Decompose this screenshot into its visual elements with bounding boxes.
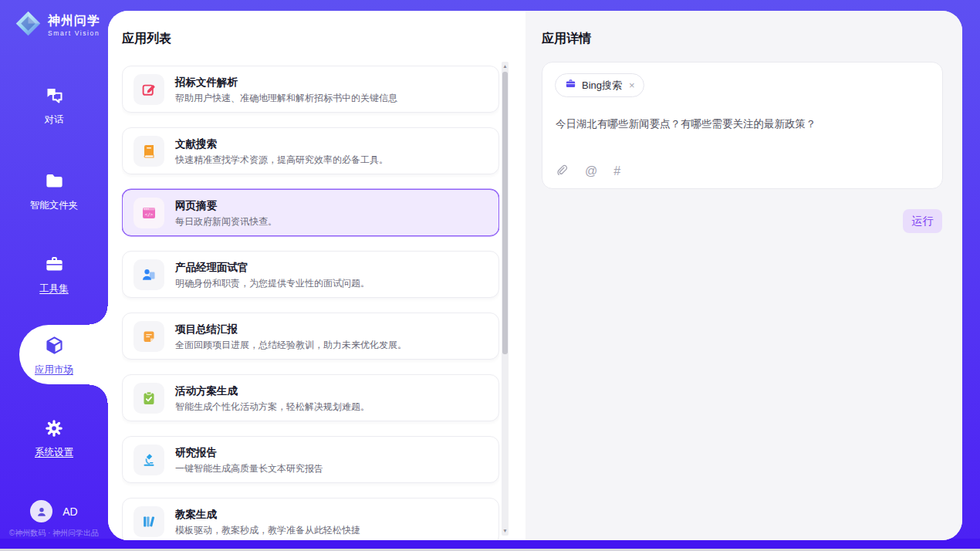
books-icon bbox=[133, 506, 164, 537]
briefcase-icon bbox=[44, 254, 65, 278]
interviewer-icon bbox=[133, 259, 164, 290]
scroll-down-icon[interactable]: ▼ bbox=[502, 526, 509, 536]
app-card-description: 全面回顾项目进展，总结经验教训，助力未来优化发展。 bbox=[175, 340, 407, 350]
prompt-card: Bing搜索 × 今日湖北有哪些新闻要点？有哪些需要关注的最新政策？ @ # bbox=[542, 62, 943, 189]
user-icon bbox=[35, 505, 49, 519]
app-card-description: 模板驱动，教案秒成，教学准备从此轻松快捷 bbox=[175, 525, 360, 536]
app-card-title: 网页摘要 bbox=[175, 199, 277, 212]
tool-chip-label: Bing搜索 bbox=[582, 79, 622, 93]
sidebar-item-smart-folder[interactable]: 智能文件夹 bbox=[0, 171, 108, 212]
pen-edit-icon bbox=[133, 74, 164, 105]
app-card-title: 项目总结汇报 bbox=[175, 323, 407, 336]
app-card-description: 一键智能生成高质量长文本研究报告 bbox=[175, 463, 323, 474]
app-window: 神州问学 Smart Vision 对话 智能文件夹 工具集 应用市场 bbox=[0, 0, 980, 551]
app-card-research-report[interactable]: 研究报告一键智能生成高质量长文本研究报告 bbox=[122, 436, 499, 483]
app-card-title: 活动方案生成 bbox=[175, 384, 370, 397]
composer-toolbar: @ # bbox=[556, 164, 620, 177]
scrollbar-track[interactable]: ▲ ▼ bbox=[502, 62, 509, 536]
app-card-title: 招标文件解析 bbox=[175, 76, 397, 89]
briefcase-icon bbox=[565, 78, 576, 93]
app-card-description: 明确身份和职责，为您提供专业性的面试问题。 bbox=[175, 278, 370, 289]
tool-chip-bing-search[interactable]: Bing搜索 × bbox=[555, 73, 644, 97]
brand-name: 神州问学 bbox=[48, 14, 100, 28]
user-name: AD bbox=[63, 505, 77, 518]
research-icon bbox=[133, 445, 164, 475]
app-list-title: 应用列表 bbox=[122, 31, 171, 47]
copyright-footer: ©神州数码 · 神州问学出品 bbox=[0, 528, 108, 539]
app-card-bid-doc-parse[interactable]: 招标文件解析帮助用户快速、准确地理解和解析招标书中的关键信息 bbox=[122, 66, 499, 113]
clipboard-check-icon bbox=[133, 383, 164, 414]
app-card-lesson-plan[interactable]: 教案生成模板驱动，教案秒成，教学准备从此轻松快捷 bbox=[122, 498, 499, 540]
close-icon[interactable]: × bbox=[629, 79, 635, 91]
sidebar-item-app-market[interactable]: 应用市场 bbox=[0, 335, 108, 377]
scroll-up-icon[interactable]: ▲ bbox=[502, 62, 509, 71]
app-card-title: 文献搜索 bbox=[175, 137, 388, 150]
note-icon bbox=[133, 321, 164, 352]
app-card-web-summary[interactable]: </> 网页摘要每日政府新闻资讯快查。 bbox=[122, 189, 499, 236]
hash-icon[interactable]: # bbox=[613, 164, 620, 177]
sidebar-item-settings[interactable]: 系统设置 bbox=[0, 418, 108, 459]
user-row[interactable]: AD bbox=[0, 500, 108, 522]
app-card-title: 产品经理面试官 bbox=[175, 261, 370, 274]
sidebar-item-label: 应用市场 bbox=[35, 363, 73, 377]
app-card-description: 每日政府新闻资讯快查。 bbox=[175, 216, 277, 227]
sidebar: 神州问学 Smart Vision 对话 智能文件夹 工具集 应用市场 bbox=[0, 0, 108, 539]
sidebar-item-label: 智能文件夹 bbox=[30, 199, 79, 212]
app-card-description: 帮助用户快速、准确地理解和解析招标书中的关键信息 bbox=[175, 93, 397, 103]
sidebar-item-label: 对话 bbox=[45, 113, 64, 127]
brand-logo: 神州问学 Smart Vision bbox=[14, 9, 100, 41]
brand-subtitle: Smart Vision bbox=[48, 29, 100, 37]
app-card-literature-search[interactable]: 文献搜索快速精准查找学术资源，提高研究效率的必备工具。 bbox=[122, 127, 499, 174]
sidebar-item-chat[interactable]: 对话 bbox=[0, 85, 108, 127]
gear-icon bbox=[44, 418, 64, 441]
app-detail-title: 应用详情 bbox=[542, 31, 591, 47]
svg-text:</>: </> bbox=[145, 211, 154, 216]
app-card-event-plan[interactable]: 活动方案生成智能生成个性化活动方案，轻松解决规划难题。 bbox=[122, 374, 499, 421]
attachment-icon[interactable] bbox=[556, 164, 569, 177]
app-card-title: 教案生成 bbox=[175, 508, 360, 521]
sidebar-item-toolkit[interactable]: 工具集 bbox=[0, 254, 108, 296]
app-detail-panel: 应用详情 Bing搜索 × 今日湖北有哪些新闻要点？有哪些需要关注的最新政策？ bbox=[525, 11, 962, 540]
folder-icon bbox=[44, 171, 65, 194]
app-card-project-summary[interactable]: 项目总结汇报全面回顾项目进展，总结经验教训，助力未来优化发展。 bbox=[122, 313, 499, 360]
book-icon bbox=[133, 136, 164, 167]
run-button[interactable]: 运行 bbox=[903, 209, 942, 233]
app-card-list: 招标文件解析帮助用户快速、准确地理解和解析招标书中的关键信息 文献搜索快速精准查… bbox=[122, 66, 499, 540]
mention-icon[interactable]: @ bbox=[585, 164, 597, 177]
diamond-logo-icon bbox=[14, 9, 42, 41]
webpage-icon: </> bbox=[133, 198, 164, 228]
main-content: 应用列表 招标文件解析帮助用户快速、准确地理解和解析招标书中的关键信息 文献搜索… bbox=[108, 11, 962, 540]
app-card-pm-interviewer[interactable]: 产品经理面试官明确身份和职责，为您提供专业性的面试问题。 bbox=[122, 251, 499, 298]
app-card-description: 智能生成个性化活动方案，轻松解决规划难题。 bbox=[175, 401, 370, 412]
sidebar-item-label: 工具集 bbox=[39, 282, 69, 296]
app-card-title: 研究报告 bbox=[175, 446, 323, 459]
prompt-input[interactable]: 今日湖北有哪些新闻要点？有哪些需要关注的最新政策？ bbox=[556, 117, 927, 131]
app-card-description: 快速精准查找学术资源，提高研究效率的必备工具。 bbox=[175, 154, 388, 165]
avatar[interactable] bbox=[30, 500, 52, 522]
cube-icon bbox=[44, 335, 65, 359]
sidebar-item-label: 系统设置 bbox=[35, 446, 73, 459]
scrollbar-thumb[interactable] bbox=[502, 72, 508, 354]
chat-icon bbox=[44, 85, 65, 109]
app-list-panel: 应用列表 招标文件解析帮助用户快速、准确地理解和解析招标书中的关键信息 文献搜索… bbox=[108, 11, 525, 540]
